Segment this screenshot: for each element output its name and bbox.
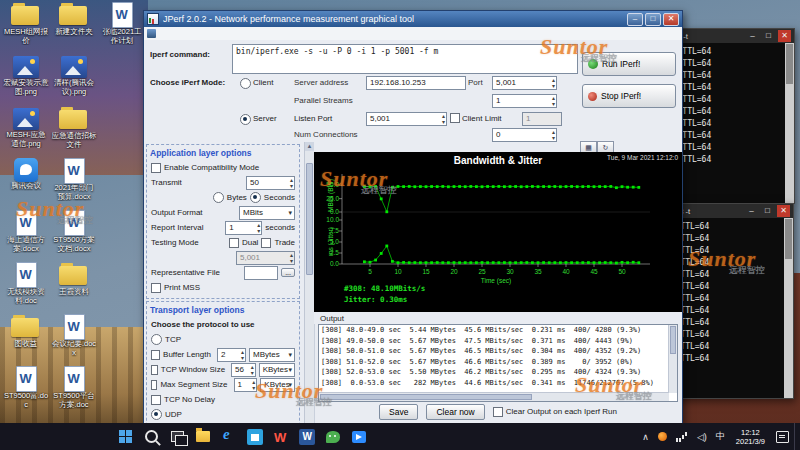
buffer-length-field[interactable]: 2 <box>217 348 246 362</box>
desktop-icon[interactable]: ST9500方案文档.docx <box>50 210 98 262</box>
output-line: [308] 50.0-51.0 sec 5.67 MBytes 46.5 MBi… <box>319 346 677 357</box>
seconds-radio[interactable] <box>250 192 261 203</box>
desktop-icon[interactable]: 清样(腾讯会议).png <box>50 54 98 106</box>
taskbar-clock[interactable]: 12:12 2021/3/9 <box>730 428 771 446</box>
print-mss-checkbox[interactable] <box>151 283 161 293</box>
compat-checkbox[interactable] <box>151 163 161 173</box>
bytes-radio[interactable] <box>213 192 224 203</box>
desktop-icon[interactable]: 图收益 <box>2 314 50 366</box>
jperf-menu-icon[interactable] <box>147 29 156 38</box>
terminal-scrollbar[interactable] <box>785 43 794 203</box>
output-format-dropdown[interactable]: MBits <box>239 206 295 220</box>
desktop-icon[interactable]: 2021年部门预算.docx <box>50 158 98 210</box>
word-icon[interactable] <box>294 423 320 450</box>
tcp-window-field[interactable]: 56 <box>231 363 256 377</box>
task-view-icon[interactable] <box>164 423 190 450</box>
maximize-icon[interactable]: □ <box>645 13 661 26</box>
num-connections-field[interactable]: 0 <box>492 128 557 142</box>
representative-file-field[interactable] <box>244 266 278 280</box>
server-radio[interactable] <box>240 114 251 125</box>
desktop-icon[interactable]: 应急通信招标文件 <box>50 106 98 158</box>
tcp-window-checkbox[interactable] <box>151 365 158 375</box>
minimize-icon[interactable]: – <box>627 13 643 26</box>
volume-icon[interactable]: ◁) <box>693 423 711 450</box>
application-options-box: Application layer options Enable Compati… <box>146 144 300 299</box>
desktop-icon[interactable]: ST9500平台方案.doc <box>50 366 98 418</box>
save-button[interactable]: Save <box>379 404 418 420</box>
network-icon[interactable] <box>672 423 692 450</box>
minimize-icon[interactable]: – <box>745 205 758 217</box>
tcp-radio[interactable] <box>151 334 162 345</box>
buffer-length-checkbox[interactable] <box>151 350 160 360</box>
clear-now-button[interactable]: Clear now <box>426 404 484 420</box>
test-port-field[interactable]: 5,001 <box>236 251 295 265</box>
report-interval-field[interactable]: 1 <box>225 221 262 235</box>
transmit-field[interactable]: 50 <box>246 176 295 190</box>
show-desktop-button[interactable] <box>794 423 800 450</box>
tray-suntor-icon[interactable] <box>654 423 671 450</box>
desktop-icon[interactable]: 宏赋安装示意图.png <box>2 54 50 106</box>
desktop-icon[interactable]: 无线模块资料.doc <box>2 262 50 314</box>
close-icon[interactable]: ✕ <box>778 30 791 42</box>
clear-each-run-checkbox[interactable] <box>493 407 503 417</box>
parallel-streams-field[interactable]: 1 <box>492 94 557 108</box>
dual-checkbox[interactable] <box>229 238 239 248</box>
maximize-icon[interactable]: □ <box>761 205 774 217</box>
jperf-titlebar[interactable]: JPerf 2.0.2 - Network performance measur… <box>144 11 682 27</box>
options-scrollbar[interactable]: ▲ <box>304 142 314 423</box>
iperf-command-input[interactable]: bin/iperf.exe -s -u -P 0 -i 1 -p 5001 -f… <box>232 44 578 74</box>
output-vertical-scrollbar[interactable] <box>668 325 677 393</box>
desktop-icon[interactable]: 张临2021工作计划 <box>98 2 146 54</box>
mss-unit-dropdown[interactable]: KBytes <box>260 378 295 392</box>
wechat-icon[interactable] <box>320 423 346 450</box>
close-icon[interactable]: ✕ <box>663 13 679 26</box>
tray-date: 2021/3/9 <box>736 437 765 446</box>
tray-overflow-icon[interactable]: ∧ <box>638 423 653 450</box>
wps-icon[interactable] <box>268 423 294 450</box>
terminal-scrollbar[interactable] <box>784 218 793 398</box>
browse-button[interactable]: ... <box>281 268 295 277</box>
udp-radio[interactable] <box>151 409 162 420</box>
start-button[interactable] <box>112 423 138 450</box>
desktop-icon[interactable]: 海上通信方案.docx <box>2 210 50 262</box>
edge-icon[interactable] <box>216 423 242 450</box>
mss-checkbox[interactable] <box>151 380 157 390</box>
search-icon[interactable] <box>138 423 164 450</box>
client-radio[interactable] <box>240 78 251 89</box>
desktop-screen: MESH组网报价 宏赋安装示意图.png MESH-应急通信.png 腾讯会议 … <box>0 0 800 450</box>
close-icon[interactable]: ✕ <box>777 205 790 217</box>
run-iperf-button[interactable]: Run IPerf! <box>582 52 676 76</box>
buffer-length-unit-dropdown[interactable]: MBytes <box>249 348 295 362</box>
file-explorer-icon[interactable] <box>190 423 216 450</box>
stop-iperf-button[interactable]: Stop IPerf! <box>582 84 676 108</box>
store-icon[interactable] <box>242 423 268 450</box>
desktop-icon-image <box>112 2 133 28</box>
input-method-indicator[interactable]: 中 <box>712 423 729 450</box>
desktop-icon[interactable]: MESH-应急通信.png <box>2 106 50 158</box>
minimize-icon[interactable]: – <box>746 30 759 42</box>
server-address-label: Server address <box>294 78 348 87</box>
trade-checkbox[interactable] <box>261 238 271 248</box>
tcp-nodelay-checkbox[interactable] <box>151 395 161 405</box>
maximize-icon[interactable]: □ <box>762 30 775 42</box>
client-limit-checkbox[interactable] <box>450 113 460 123</box>
desktop-icon-grid: MESH组网报价 宏赋安装示意图.png MESH-应急通信.png 腾讯会议 … <box>2 2 148 422</box>
tcp-window-unit-dropdown[interactable]: KBytes <box>259 363 295 377</box>
client-limit-field[interactable]: 1 <box>522 112 562 126</box>
desktop-icon[interactable]: ST9500富.doc <box>2 366 50 418</box>
desktop-icon[interactable]: 会议纪要.docx <box>50 314 98 366</box>
desktop-icon[interactable]: 新建文件夹 <box>50 2 98 54</box>
desktop-icon-image <box>64 314 85 340</box>
representative-file-label: Representative File <box>151 268 220 277</box>
stop-icon <box>588 92 597 101</box>
mss-field[interactable]: 1 <box>234 378 258 392</box>
meeting-icon[interactable] <box>346 423 372 450</box>
client-port-field[interactable]: 5,001 <box>492 76 557 90</box>
notification-center-icon[interactable] <box>772 423 793 450</box>
server-address-field[interactable]: 192.168.10.253 <box>366 76 466 90</box>
desktop-icon[interactable]: 王霞资料 <box>50 262 98 314</box>
desktop-icon[interactable]: MESH组网报价 <box>2 2 50 54</box>
desktop-icon[interactable]: 腾讯会议 <box>2 158 50 210</box>
listen-port-field[interactable]: 5,001 <box>366 112 447 126</box>
output-box[interactable]: [308] 48.0-49.0 sec 5.44 MBytes 45.6 MBi… <box>318 324 678 402</box>
